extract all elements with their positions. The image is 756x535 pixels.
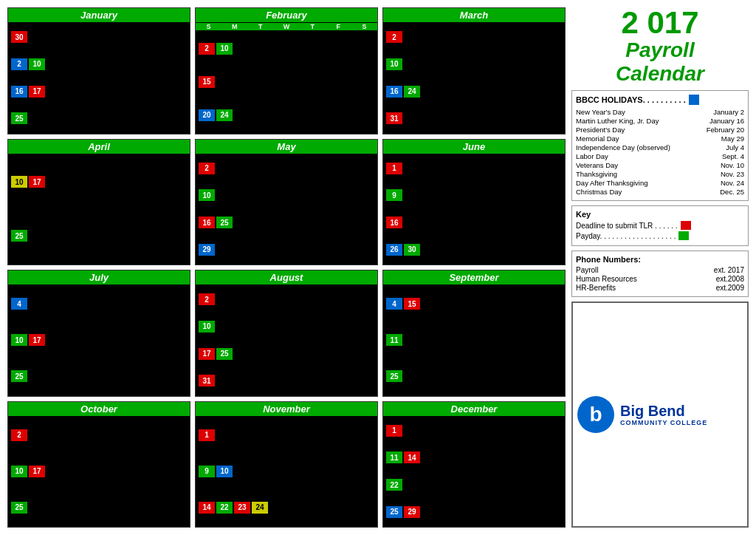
date-row: 14222324 [199,502,374,514]
date-row: 29 [199,244,374,256]
month-block-april: April101725 [7,139,190,266]
date-box: 17 [29,86,45,98]
date-row: 1017 [11,334,187,346]
month-header: May [196,140,377,154]
dow-cell: T [300,23,326,30]
month-body: 2101725 [8,416,190,528]
date-box: 10 [11,176,27,188]
date-box: 25 [11,230,27,242]
holidays-title: BBCC HOLIDAYS. . . . . . . . . . [576,95,686,104]
date-box: 2 [199,163,215,174]
month-body: 30210161725 [8,22,190,134]
date-row: 2024 [199,109,374,121]
logo-box: b Big Bend COMMUNITY COLLEGE [571,301,749,528]
title-year: 2 017 [571,7,749,38]
date-box: 10 [216,466,233,477]
date-row: 10 [199,189,374,201]
title-payroll: Payroll [571,38,749,62]
month-header: June [383,140,565,154]
month-block-october: October2101725 [7,401,190,528]
month-block-january: January30210161725 [7,7,190,134]
holiday-date: Dec. 25 [720,188,744,196]
holiday-name: Memorial Day [576,134,619,143]
key-row: Payday. . . . . . . . . . . . . . . . . … [576,231,744,240]
date-box: 10 [199,321,215,333]
month-block-july: July4101725 [7,270,190,397]
date-box: 16 [11,86,27,98]
date-box: 15 [404,298,420,310]
holiday-name: Thanksgiving [576,170,617,178]
date-row: 25 [386,370,562,382]
date-box: 2 [199,293,215,305]
holidays-box: BBCC HOLIDAYS. . . . . . . . . . New Yea… [571,90,749,201]
date-box: 31 [199,375,215,386]
holiday-name: Martin Luther King, Jr. Day [576,117,659,125]
date-box: 17 [29,466,45,477]
date-box: 25 [11,370,27,382]
date-row: 22 [386,479,562,491]
date-row: 1114 [386,451,562,463]
month-header: December [383,402,565,416]
holiday-row: Veterans DayNov. 10 [576,161,744,169]
holiday-name: Christmas Day [576,188,622,196]
phone-ext: ext.2009 [716,284,744,292]
dow-cell: S [196,23,221,30]
logo-letter: b [589,403,602,426]
holiday-row: Christmas DayDec. 25 [576,188,744,196]
holiday-date: Nov. 24 [721,179,744,187]
key-label: Deadline to submit TLR . . . . . . [576,222,678,230]
month-block-february: FebruarySMTWTFS210152024 [195,7,378,134]
dow-cell: M [221,23,247,30]
phone-title: Phone Numbers: [576,255,744,264]
holiday-name: New Year's Day [576,108,625,116]
date-box: 2 [386,31,402,43]
month-body: 4101725 [8,284,190,396]
month-body: 210172531 [196,284,377,396]
date-row: 1017 [11,466,187,477]
date-row: 31 [386,112,562,124]
month-header: July [8,270,190,284]
date-row: 1 [386,425,562,437]
phone-list: Payrollext. 2017Human Resourcesext.2008H… [576,266,744,292]
date-box: 2 [199,43,215,55]
date-box: 17 [199,348,215,360]
month-block-may: May210162529 [195,139,378,266]
holiday-date: January 2 [713,108,744,116]
holiday-date: February 20 [707,126,744,134]
phone-dept: Payroll [576,266,599,274]
date-box: 14 [199,502,215,514]
dow-cell: W [273,23,299,30]
holiday-row: Day After ThanksgivingNov. 24 [576,179,744,187]
holiday-row: New Year's DayJanuary 2 [576,108,744,116]
phone-box: Phone Numbers: Payrollext. 2017Human Res… [571,251,749,297]
date-row: 25 [11,502,187,514]
month-body: 19162630 [383,154,565,265]
date-box: 24 [216,109,233,121]
holidays-list: New Year's DayJanuary 2Martin Luther Kin… [576,108,744,196]
date-row: 9 [386,189,562,201]
month-body: 210152024 [196,30,377,134]
date-row: 910 [199,466,374,477]
date-row: 2529 [386,506,562,518]
key-label: Payday. . . . . . . . . . . . . . . . . … [576,232,676,240]
date-box: 22 [386,479,402,491]
date-row: 1624 [386,86,562,98]
date-row: 1 [386,163,562,174]
title-section: 2 017 Payroll Calendar [571,7,749,86]
month-header: January [8,8,190,22]
date-box: 25 [386,370,402,382]
phone-ext: ext. 2017 [714,266,744,274]
date-row: 210 [11,58,187,70]
date-row: 30 [11,31,187,43]
date-box: 11 [386,334,402,346]
right-panel: 2 017 Payroll Calendar BBCC HOLIDAYS. . … [571,7,749,528]
phone-dept: HR-Benefits [576,284,616,292]
dow-cell: T [247,23,273,30]
date-box: 10 [11,334,27,346]
date-box: 9 [199,466,215,477]
date-box: 15 [199,76,215,88]
date-box: 29 [199,244,215,256]
date-box: 10 [386,58,402,70]
logo-icon: b [577,396,614,433]
logo-text: Big Bend COMMUNITY COLLEGE [620,403,707,426]
